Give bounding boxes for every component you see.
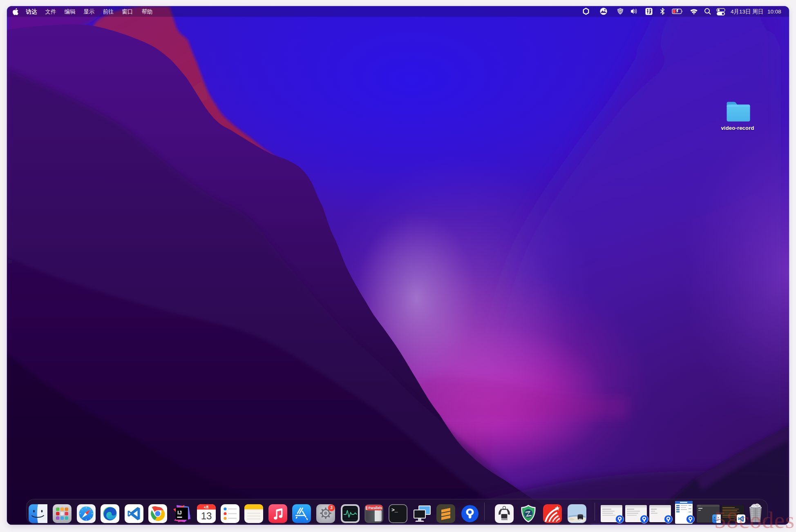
svg-text:13: 13 (201, 510, 212, 521)
svg-text:4月: 4月 (204, 505, 209, 509)
svg-text:>_: >_ (391, 507, 398, 513)
svg-text:IJ: IJ (177, 510, 182, 516)
svg-text:3: 3 (330, 505, 333, 510)
svg-text:|| Parallels: || Parallels (366, 506, 382, 510)
